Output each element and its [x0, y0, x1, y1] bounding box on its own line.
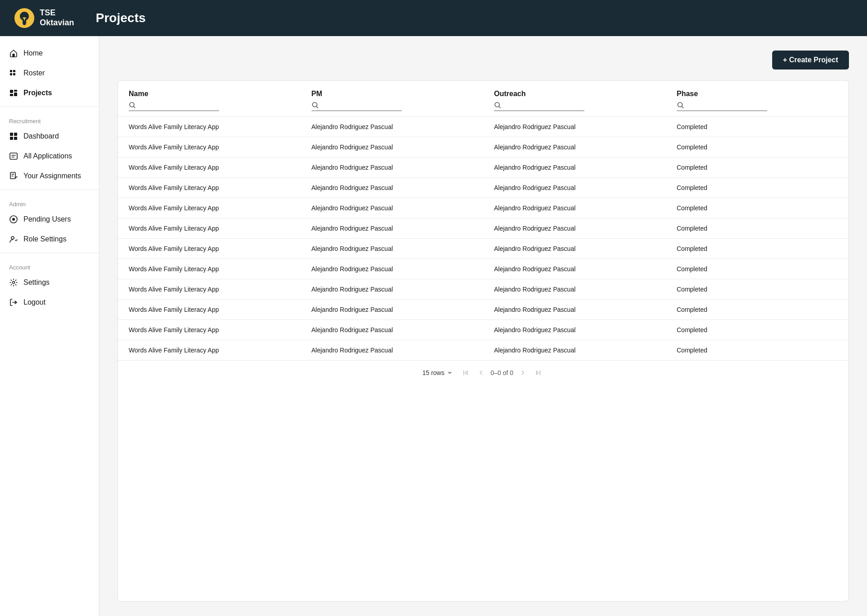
- sidebar-item-home[interactable]: Home: [0, 43, 99, 63]
- cell-outreach-10: Alejandro Rodriguez Pascual: [483, 320, 666, 340]
- sidebar-item-dashboard[interactable]: Dashboard: [0, 126, 99, 146]
- cell-outreach-8: Alejandro Rodriguez Pascual: [483, 279, 666, 300]
- table-row[interactable]: Words Alive Family Literacy AppAlejandro…: [118, 239, 848, 259]
- cell-name-0: Words Alive Family Literacy App: [118, 117, 301, 137]
- cell-name-11: Words Alive Family Literacy App: [118, 340, 301, 361]
- sidebar-item-your-assignments[interactable]: Your Assignments: [0, 166, 99, 186]
- sidebar-item-home-label: Home: [23, 49, 43, 57]
- cell-pm-5: Alejandro Rodriguez Pascual: [301, 218, 484, 239]
- sidebar-item-settings[interactable]: Settings: [0, 273, 99, 292]
- svg-rect-5: [13, 54, 15, 57]
- divider-admin: [0, 190, 99, 190]
- rows-per-page-selector[interactable]: 15 rows: [422, 369, 452, 376]
- next-page-icon: [520, 370, 526, 376]
- sidebar-item-all-applications-label: All Applications: [23, 152, 72, 160]
- search-outreach-input[interactable]: [505, 102, 584, 109]
- sidebar-item-roster-label: Roster: [23, 69, 45, 77]
- dashboard-icon: [9, 132, 18, 141]
- sidebar-item-logout[interactable]: Logout: [0, 292, 99, 312]
- prev-page-button[interactable]: [475, 368, 487, 378]
- pagination-controls: 0–0 of 0: [460, 368, 544, 378]
- table-row[interactable]: Words Alive Family Literacy AppAlejandro…: [118, 157, 848, 178]
- cell-outreach-5: Alejandro Rodriguez Pascual: [483, 218, 666, 239]
- cell-outreach-7: Alejandro Rodriguez Pascual: [483, 259, 666, 279]
- svg-rect-19: [10, 172, 15, 179]
- cell-pm-3: Alejandro Rodriguez Pascual: [301, 178, 484, 198]
- search-pm-cell: [301, 98, 484, 117]
- search-phase-icon: [677, 102, 684, 109]
- cell-outreach-11: Alejandro Rodriguez Pascual: [483, 340, 666, 361]
- cell-name-7: Words Alive Family Literacy App: [118, 259, 301, 279]
- cell-phase-2: Completed: [666, 157, 849, 178]
- sidebar-item-your-assignments-label: Your Assignments: [23, 172, 81, 180]
- table-search-row: [118, 98, 848, 117]
- table-row[interactable]: Words Alive Family Literacy AppAlejandro…: [118, 340, 848, 361]
- cell-phase-8: Completed: [666, 279, 849, 300]
- table-row[interactable]: Words Alive Family Literacy AppAlejandro…: [118, 300, 848, 320]
- cell-name-8: Words Alive Family Literacy App: [118, 279, 301, 300]
- sidebar-item-role-settings-label: Role Settings: [23, 235, 66, 243]
- table-row[interactable]: Words Alive Family Literacy AppAlejandro…: [118, 198, 848, 218]
- search-name-icon: [129, 102, 136, 109]
- svg-rect-2: [23, 24, 26, 25]
- last-page-button[interactable]: [532, 368, 544, 378]
- table-row[interactable]: Words Alive Family Literacy AppAlejandro…: [118, 178, 848, 198]
- sidebar-item-pending-users-label: Pending Users: [23, 215, 71, 223]
- page-info: 0–0 of 0: [490, 369, 513, 376]
- next-page-button[interactable]: [517, 368, 529, 378]
- cell-pm-4: Alejandro Rodriguez Pascual: [301, 198, 484, 218]
- sidebar-item-pending-users[interactable]: Pending Users: [0, 209, 99, 229]
- sidebar-item-all-applications[interactable]: All Applications: [0, 146, 99, 166]
- sidebar: Home Roster Projects Recruitment Dashboa…: [0, 36, 99, 616]
- search-name-input[interactable]: [140, 102, 219, 109]
- search-pm-input[interactable]: [322, 102, 402, 109]
- sidebar-item-roster[interactable]: Roster: [0, 63, 99, 83]
- first-page-button[interactable]: [460, 368, 471, 378]
- svg-rect-18: [10, 153, 17, 159]
- table-row[interactable]: Words Alive Family Literacy AppAlejandro…: [118, 117, 848, 137]
- table-row[interactable]: Words Alive Family Literacy AppAlejandro…: [118, 137, 848, 157]
- layout: Home Roster Projects Recruitment Dashboa…: [0, 36, 867, 616]
- logo-line1: TSE: [40, 8, 74, 18]
- cell-pm-2: Alejandro Rodriguez Pascual: [301, 157, 484, 178]
- col-header-outreach: Outreach: [483, 81, 666, 98]
- cell-pm-8: Alejandro Rodriguez Pascual: [301, 279, 484, 300]
- table-header: Name PM Outreach Phase: [118, 81, 848, 98]
- svg-rect-17: [14, 137, 17, 140]
- home-icon: [9, 49, 18, 58]
- cell-phase-0: Completed: [666, 117, 849, 137]
- projects-icon: [9, 88, 18, 97]
- cell-phase-4: Completed: [666, 198, 849, 218]
- table-row[interactable]: Words Alive Family Literacy AppAlejandro…: [118, 279, 848, 300]
- svg-rect-15: [14, 133, 17, 136]
- table-row[interactable]: Words Alive Family Literacy AppAlejandro…: [118, 218, 848, 239]
- col-header-pm: PM: [301, 81, 484, 98]
- logo-icon: [14, 8, 34, 28]
- search-phase-input[interactable]: [688, 102, 767, 109]
- svg-rect-13: [10, 94, 13, 96]
- cell-name-2: Words Alive Family Literacy App: [118, 157, 301, 178]
- sidebar-item-projects[interactable]: Projects: [0, 83, 99, 103]
- cell-phase-10: Completed: [666, 320, 849, 340]
- logo-text: TSE Oktavian: [40, 8, 74, 28]
- sidebar-item-dashboard-label: Dashboard: [23, 132, 59, 140]
- page-title: Projects: [96, 11, 146, 25]
- sidebar-item-settings-label: Settings: [23, 278, 50, 287]
- table-row[interactable]: Words Alive Family Literacy AppAlejandro…: [118, 259, 848, 279]
- cell-name-1: Words Alive Family Literacy App: [118, 137, 301, 157]
- table-body: Words Alive Family Literacy AppAlejandro…: [118, 117, 848, 361]
- table-row[interactable]: Words Alive Family Literacy AppAlejandro…: [118, 320, 848, 340]
- logo: TSE Oktavian: [14, 8, 74, 28]
- cell-phase-1: Completed: [666, 137, 849, 157]
- prev-page-icon: [478, 370, 484, 376]
- create-project-button[interactable]: + Create Project: [772, 51, 849, 69]
- cell-outreach-6: Alejandro Rodriguez Pascual: [483, 239, 666, 259]
- projects-table-container: Name PM Outreach Phase: [117, 80, 849, 602]
- settings-icon: [9, 278, 18, 287]
- svg-rect-12: [14, 93, 17, 96]
- sidebar-item-role-settings[interactable]: Role Settings: [0, 229, 99, 249]
- cell-name-6: Words Alive Family Literacy App: [118, 239, 301, 259]
- cell-pm-7: Alejandro Rodriguez Pascual: [301, 259, 484, 279]
- role-icon: [9, 235, 18, 244]
- cell-outreach-3: Alejandro Rodriguez Pascual: [483, 178, 666, 198]
